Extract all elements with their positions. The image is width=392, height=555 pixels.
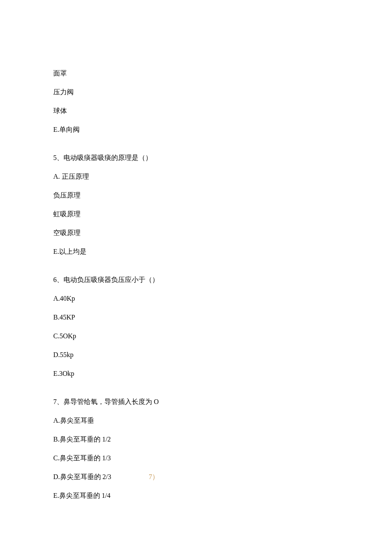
question-option: A.鼻尖至耳垂 xyxy=(53,416,339,426)
question-option: 空吸原理 xyxy=(53,228,339,238)
question-option: B.鼻尖至耳垂的 1/2 xyxy=(53,434,339,445)
question-option-with-annotation: D.鼻尖至耳垂的 2/37） xyxy=(53,472,339,482)
question-stem: 6、电动负压吸痰器负压应小于（） xyxy=(53,275,339,285)
question-option: D.55kp xyxy=(53,350,339,360)
question-option: B.45KP xyxy=(53,312,339,323)
intro-line: E.单向阀 xyxy=(53,125,339,135)
intro-line: 压力阀 xyxy=(53,87,339,97)
question-option: E.3Okp xyxy=(53,369,339,379)
question-option: 虹吸原理 xyxy=(53,209,339,219)
question-option: E.以上均是 xyxy=(53,247,339,257)
question-option: A.40Kp xyxy=(53,293,339,304)
question-option: 负压原理 xyxy=(53,190,339,200)
question-option: C.鼻尖至耳垂的 1/3 xyxy=(53,453,339,463)
question-stem: 7、鼻导管给氧，导管插入长度为 O xyxy=(53,397,339,407)
question-option-text: D.鼻尖至耳垂的 2/3 xyxy=(53,473,111,480)
question-option: C.5OKp xyxy=(53,331,339,341)
intro-line: 面罩 xyxy=(53,68,339,78)
question-stem: 5、电动吸痰器吸痰的原理是（） xyxy=(53,153,339,163)
question-option: E.鼻尖至耳垂的 1/4 xyxy=(53,491,339,501)
question-option: A. 正压原理 xyxy=(53,171,339,182)
annotation-text: 7） xyxy=(149,473,159,480)
intro-line: 球体 xyxy=(53,106,339,116)
